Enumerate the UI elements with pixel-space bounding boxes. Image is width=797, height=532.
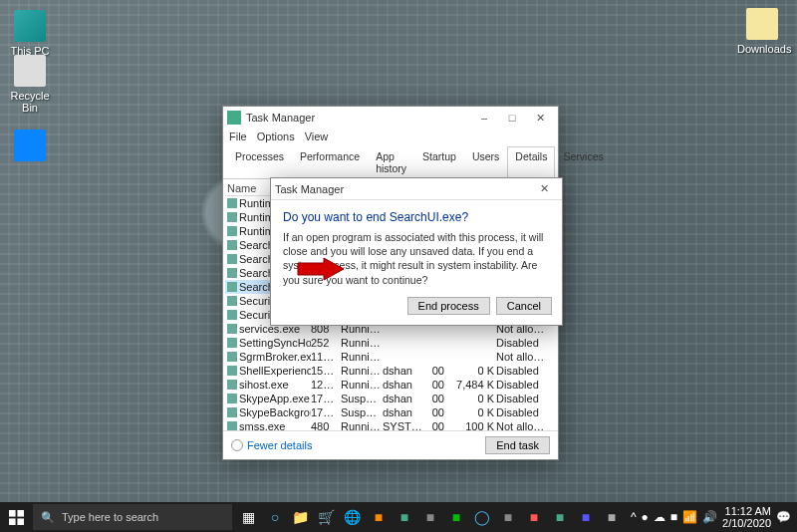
cortana-ring-icon[interactable]: ◯ [469, 502, 495, 532]
tabs: Processes Performance App history Startu… [223, 146, 558, 179]
taskmanager-icon[interactable]: ■ [547, 502, 573, 532]
footer: Fewer details End task [223, 430, 558, 459]
tab-performance[interactable]: Performance [292, 146, 368, 178]
desktop-icon-thispc[interactable]: This PC [5, 10, 55, 57]
minimize-button[interactable]: – [470, 108, 498, 128]
svg-rect-1 [9, 510, 16, 517]
svg-rect-3 [9, 518, 16, 525]
titlebar[interactable]: Task Manager – □ ✕ [223, 107, 558, 129]
dialog-question: Do you want to end SearchUI.exe? [283, 210, 550, 224]
desktop-icon-downloads[interactable]: Downloads [737, 8, 787, 55]
action-center-icon[interactable]: 💬 [776, 510, 791, 524]
end-process-button[interactable]: End process [407, 297, 490, 315]
table-row[interactable]: sihost.exe12916Runningdshan007,484 KDisa… [225, 378, 556, 392]
tray-chevron-icon[interactable]: ^ [631, 510, 637, 524]
end-task-button[interactable]: End task [485, 436, 550, 454]
svg-rect-2 [17, 510, 24, 517]
app1-icon[interactable]: ■ [366, 502, 392, 532]
onedrive-icon[interactable]: ☁ [654, 510, 665, 524]
app7-icon[interactable]: ■ [599, 502, 625, 532]
table-row[interactable]: SkypeApp.exe17404Suspendeddshan000 KDisa… [225, 392, 556, 405]
menu-options[interactable]: Options [257, 131, 295, 142]
window-title: Task Manager [246, 112, 470, 124]
clock[interactable]: 11:12 AM2/10/2020 [722, 505, 771, 529]
table-row[interactable]: SettingSyncHost.exe252RunningDisabled [225, 336, 556, 350]
app4-icon[interactable]: ■ [495, 502, 521, 532]
dialog-titlebar[interactable]: Task Manager ✕ [271, 178, 562, 200]
app6-icon[interactable]: ■ [573, 502, 599, 532]
explorer-icon[interactable]: 📁 [288, 502, 314, 532]
dialog-title: Task Manager [275, 183, 530, 195]
table-row[interactable]: ShellExperienceHost...15608Runningdshan0… [225, 364, 556, 378]
xbox-icon[interactable]: ■ [443, 502, 469, 532]
tab-startup[interactable]: Startup [414, 146, 464, 178]
app-icon [227, 111, 241, 125]
close-button[interactable]: ✕ [526, 108, 554, 128]
dialog-message: If an open program is associated with th… [283, 230, 550, 287]
volume-icon[interactable]: 🔊 [702, 510, 717, 524]
tab-details[interactable]: Details [507, 146, 555, 179]
tab-processes[interactable]: Processes [227, 146, 292, 178]
taskview-icon[interactable]: ▦ [236, 502, 262, 532]
start-button[interactable] [0, 502, 33, 532]
tab-services[interactable]: Services [555, 146, 611, 178]
desktop-icon-recyclebin[interactable]: Recycle Bin [5, 55, 55, 114]
desktop-icon-app[interactable] [5, 130, 55, 164]
cortana-icon[interactable]: ○ [262, 502, 288, 532]
menubar: File Options View [223, 129, 558, 144]
taskbar[interactable]: 🔍 Type here to search ▦ ○ 📁 🛒 🌐 ■ ■ ■ ■ … [0, 502, 797, 532]
maximize-button[interactable]: □ [498, 108, 526, 128]
dialog-close-button[interactable]: ✕ [530, 179, 558, 199]
search-icon: 🔍 [41, 511, 55, 524]
taskbar-apps: ▦ ○ 📁 🛒 🌐 ■ ■ ■ ■ ◯ ■ ■ ■ ■ ■ [236, 502, 625, 532]
tray-i1[interactable]: ● [642, 510, 649, 524]
menu-file[interactable]: File [229, 131, 247, 142]
menu-view[interactable]: View [305, 131, 329, 142]
app5-icon[interactable]: ■ [521, 502, 547, 532]
confirm-dialog: Task Manager ✕ Do you want to end Search… [270, 177, 563, 326]
fewer-details-link[interactable]: Fewer details [231, 439, 312, 451]
table-row[interactable]: smss.exe480RunningSYSTEM00100 KNot allow… [225, 419, 556, 430]
search-placeholder: Type here to search [62, 511, 158, 523]
system-tray[interactable]: ^ ● ☁ ■ 📶 🔊 11:12 AM2/10/2020 💬 [625, 505, 797, 529]
svg-rect-4 [17, 518, 24, 525]
app2-icon[interactable]: ■ [392, 502, 417, 532]
edge-icon[interactable]: 🌐 [340, 502, 366, 532]
wifi-icon[interactable]: 📶 [682, 510, 697, 524]
store-icon[interactable]: 🛒 [314, 502, 340, 532]
table-row[interactable]: SgrmBroker.exe11768RunningNot allowed [225, 350, 556, 364]
table-row[interactable]: SkypeBackgroundHo...17156Suspendeddshan0… [225, 405, 556, 419]
tab-apphistory[interactable]: App history [368, 146, 414, 178]
cancel-button[interactable]: Cancel [496, 297, 552, 315]
tab-users[interactable]: Users [464, 146, 507, 178]
search-box[interactable]: 🔍 Type here to search [33, 504, 232, 530]
battery-icon[interactable]: ■ [670, 510, 677, 524]
app3-icon[interactable]: ■ [417, 502, 443, 532]
